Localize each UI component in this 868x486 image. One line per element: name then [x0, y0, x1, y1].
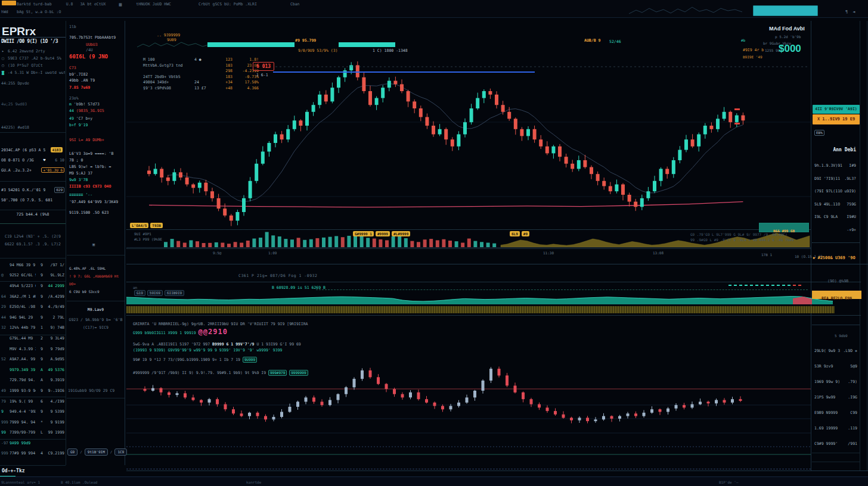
- panel-icon[interactable]: ▣: [92, 242, 95, 248]
- back-icon[interactable]: ◄: [852, 9, 855, 15]
- overview-strip-chart[interactable]: [126, 294, 847, 305]
- detail-single: 191Gubb9 9O/O9 29 C9: [68, 388, 124, 394]
- position-row[interactable]: 50'.700 (O 7.9. 5. 601: [1, 195, 64, 205]
- table-row[interactable]: 9979.349 39!A49 5376: [1, 364, 64, 375]
- topbar-sparkline: [629, 5, 742, 15]
- range-bar-2[interactable]: [339, 42, 395, 47]
- mid-badge[interactable]: G#9999 1: [353, 231, 374, 236]
- mid-badge[interactable]: 6L9: [510, 231, 520, 236]
- stat-row-1: G9 .79'G9 L 9L7'999 G 9L# 9/ 9977 /9 .99…: [690, 232, 788, 237]
- price-row[interactable]: 21P5 9w99.I9G: [812, 390, 861, 405]
- position-row[interactable]: GU.A .2u.3.2++'01.JU 6: [1, 165, 64, 175]
- detail-line: 44 (9835_3G.9I5: [69, 108, 123, 114]
- price-row[interactable]: E9B9 N9999C99: [812, 405, 861, 420]
- panel-button[interactable]: 9t1B'9IM: [85, 448, 108, 456]
- overview-line: 5wG-9va A .AB3I19I1 5197 '972 997 B9999 …: [133, 342, 467, 347]
- position-badge[interactable]: 4183: [51, 147, 63, 152]
- table-row[interactable]: 49%4 5/223 6944 2999: [1, 281, 64, 291]
- table-row[interactable]: @9252 6C/6L 999L.9LZ: [1, 270, 64, 281]
- quote-block: 1lb70S.7b7S3t PbbAAAbt9UUbU3/4U60I6L (9 …: [69, 24, 123, 128]
- position-row[interactable]: #3 54201 O.K./'01 9029: [1, 185, 64, 195]
- grid-icon[interactable]: ▦: [119, 1, 122, 8]
- volume-badge[interactable]: T93B: [150, 223, 162, 228]
- dash-mark: [734, 285, 737, 286]
- panel-button[interactable]: G9: [67, 448, 78, 456]
- dash-mark: [782, 285, 785, 286]
- price-row[interactable]: 1969 99w 9).79): [812, 374, 861, 390]
- watchlist-filters: ▸6.42 2mwvnd 2rty▢59E3 C73? .A2 b-9ut4 5…: [2, 48, 65, 76]
- table-row[interactable]: 729.79d 94.A9.3919: [1, 375, 64, 386]
- topbar-row2-label: hWd: [1, 10, 8, 15]
- price-row[interactable]: C9#9 9999'/991: [812, 436, 861, 451]
- group-label-3: 44225) #wd18: [1, 125, 29, 130]
- price-panel-small: 5 9db9: [835, 334, 848, 338]
- table-row[interactable]: M9V 4.3.99 2.99 79d9: [1, 344, 64, 354]
- table-row[interactable]: 9997999 94. 94*9 9199: [1, 417, 64, 428]
- status-item: 9Lannnnteal arv= 1: [1, 480, 40, 485]
- overview-segment: G999 b9b9IIG11 X999 1 99919: [133, 331, 199, 335]
- price-row[interactable]: 29L9( 9w9 3.L9D◆: [812, 343, 861, 359]
- account-row: 9h.1.9.3V)91I#9: [812, 160, 860, 173]
- signal-badge[interactable]: B&& #99 GB: [759, 223, 809, 232]
- menu-item[interactable]: Barktd turd-bab: [17, 2, 52, 7]
- detail-line: 49bb .AN T9: [69, 78, 123, 83]
- percent-badge[interactable]: EB%: [814, 130, 824, 136]
- lower-price-chart[interactable]: [126, 348, 811, 469]
- note-title: M9.Lav9: [67, 307, 125, 313]
- mid-badges-2: 6L9#9: [510, 231, 531, 236]
- menu-item[interactable]: 3A bt eCtUX: [80, 2, 106, 7]
- hr-tick: #b: [741, 38, 745, 43]
- hr-g1: 1255: [765, 48, 773, 53]
- filter-row[interactable]: ◯(1O P*5u7 Q7zCt: [2, 62, 65, 69]
- position-row[interactable]: O8 0-871 O /3G♥6 10: [1, 155, 64, 165]
- table-row[interactable]: 491999 93-9 94'99-.19I6: [1, 385, 64, 396]
- volume-badge[interactable]: L'OA4/5: [130, 223, 148, 228]
- table-row[interactable]: 3212%% 44b 7919) 74B: [1, 323, 64, 334]
- panel-button[interactable]: 1C9: [114, 448, 127, 456]
- dash-mark: [798, 285, 801, 286]
- flag-icon[interactable]: ¶: [845, 9, 848, 15]
- filter-icon[interactable]: ◆: [855, 343, 857, 359]
- detail-stat-line: 7B ; 0: [69, 157, 123, 164]
- positions-group-b: #3 54201 O.K./'01 902950'.700 (O 7.9. 5.…: [1, 185, 64, 205]
- table-row[interactable]: 9949.4-4 '99299 5399: [1, 406, 64, 417]
- position-row[interactable]: 2034C.AP (6 p53 A 54183: [1, 145, 64, 155]
- menu-item[interactable]: Cban: [290, 2, 300, 7]
- x-tick: 1:09: [268, 251, 277, 256]
- table-row[interactable]: 99977#9 99 9944C9.2199: [1, 448, 64, 459]
- detail-stat-line: L6'V3 3o=9 ====: 'B: [69, 151, 123, 157]
- table-row[interactable]: 997399/99-799L99 1999: [1, 428, 64, 438]
- filter-row[interactable]: ▢59E3 C73? .A2 b-9ut4 5%: [2, 55, 65, 62]
- price-row[interactable]: 53R 9zv95@9: [812, 359, 861, 374]
- table-row[interactable]: 4494G 94L 2992 79L: [1, 312, 64, 323]
- table-row[interactable]: 52A9A7.A4. 99.9A.9d95: [1, 354, 64, 364]
- overview-line: GRIRRTA 'U RRBRRIIEL-9g) 9grUB. 2RRIII9b…: [133, 322, 467, 327]
- mid-badge[interactable]: #9999: [376, 231, 390, 236]
- risk-bar[interactable]: REA_RE2LO E9N: [812, 291, 861, 299]
- filter-row[interactable]: ◙-4 5.31 W Db+-I uwotd wut: [2, 69, 65, 76]
- dash-mark: [739, 285, 742, 286]
- topbar-action-button[interactable]: [753, 5, 818, 16]
- position-badge[interactable]: 029: [54, 187, 64, 193]
- table-row[interactable]: 7919% 9.( 9964./I99: [1, 396, 64, 407]
- position-badge[interactable]: +'01.JU 6: [41, 167, 64, 173]
- main-price-chart[interactable]: [126, 57, 811, 229]
- menu-item[interactable]: U.8: [66, 2, 73, 7]
- table-row[interactable]: 29E25O/4L :9894./9/49: [1, 301, 64, 312]
- table-row[interactable]: 6436A2./M 1 #L9/A.4299: [1, 291, 64, 302]
- table-row[interactable]: 94 M66 39 99/97 1/: [1, 260, 64, 270]
- perform-button[interactable]: 4II 9'R9IV9V 'A9I): [813, 105, 860, 114]
- range-bar-1[interactable]: [207, 42, 294, 47]
- detail-stat-line: 9119.1S00 .5O 623: [69, 210, 123, 216]
- status-item: B1P'de '—: [719, 480, 739, 485]
- top-label-3: 1 C) 1800 -1348: [373, 48, 408, 54]
- mid-badge[interactable]: #L#9999: [392, 231, 410, 236]
- menu-item[interactable]: CrbUt gSCS bU: PoMb .XLRI: [199, 2, 257, 7]
- menu-item[interactable]: tHNUOK JoUD HWC: [136, 2, 171, 7]
- filter-row[interactable]: ▸6.42 2mwvnd 2rty: [2, 48, 65, 55]
- reserve-button[interactable]: X 1..9IV9 19 E9: [813, 114, 860, 124]
- detail-stat-line: IIIIB c93 C973 O4O: [69, 183, 123, 190]
- mid-badge[interactable]: #9: [522, 231, 529, 236]
- price-row[interactable]: 1.69 19999.119: [812, 420, 861, 436]
- heart-icon[interactable]: ♥: [44, 158, 46, 163]
